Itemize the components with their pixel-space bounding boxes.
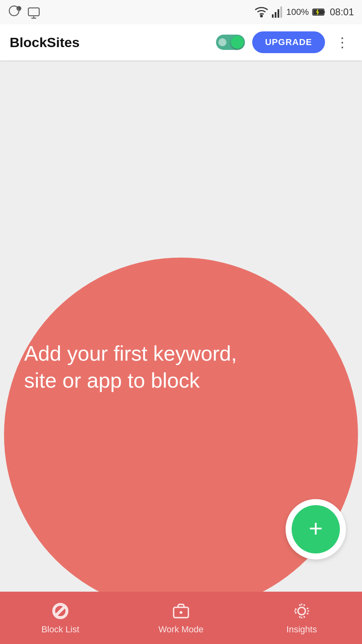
work-mode-icon	[171, 601, 191, 621]
svg-rect-3	[29, 8, 39, 16]
nav-item-insights[interactable]: Insights	[241, 601, 362, 635]
svg-rect-6	[275, 12, 276, 18]
status-bar: ! 100% 08:01	[0, 0, 362, 24]
status-bar-right: 100% 08:01	[254, 6, 354, 18]
svg-text:!: !	[18, 8, 19, 11]
svg-rect-7	[278, 9, 279, 18]
svg-rect-8	[280, 6, 282, 18]
decorative-circle	[4, 258, 358, 612]
toggle-container[interactable]	[216, 35, 245, 50]
wifi-icon	[254, 6, 269, 18]
nav-label-block-list: Block List	[41, 624, 79, 635]
screen-record-icon	[27, 5, 41, 19]
block-list-icon	[50, 601, 70, 621]
battery-percent: 100%	[286, 7, 309, 17]
toggle-knob	[231, 36, 244, 49]
battery-icon	[312, 8, 327, 17]
insights-icon	[292, 601, 312, 621]
notification-icon: !	[8, 5, 23, 19]
nav-label-insights: Insights	[286, 624, 317, 635]
svg-point-4	[261, 15, 262, 17]
signal-icon	[272, 6, 283, 18]
fab-plus-icon: +	[309, 516, 323, 541]
svg-point-1	[16, 6, 21, 11]
empty-state-message: Add your first keyword, site or app to b…	[24, 340, 265, 394]
block-toggle[interactable]	[216, 35, 245, 50]
main-content: Add your first keyword, site or app to b…	[0, 60, 362, 644]
app-title: BlockSites	[10, 35, 216, 50]
nav-label-work-mode: Work Mode	[158, 624, 204, 635]
more-menu-button[interactable]: ⋮	[332, 32, 352, 52]
add-fab-button[interactable]: +	[286, 499, 346, 559]
status-bar-left: !	[8, 5, 41, 19]
time-display: 08:01	[330, 6, 354, 18]
fab-inner: +	[292, 505, 340, 553]
bottom-navigation: Block List Work Mode	[0, 592, 362, 644]
nav-item-work-mode[interactable]: Work Mode	[121, 601, 241, 635]
svg-rect-5	[272, 14, 274, 18]
svg-point-14	[298, 607, 305, 615]
nav-item-block-list[interactable]: Block List	[0, 601, 121, 635]
upgrade-button[interactable]: UPGRADE	[252, 31, 325, 53]
app-header: BlockSites UPGRADE ⋮	[0, 24, 362, 60]
